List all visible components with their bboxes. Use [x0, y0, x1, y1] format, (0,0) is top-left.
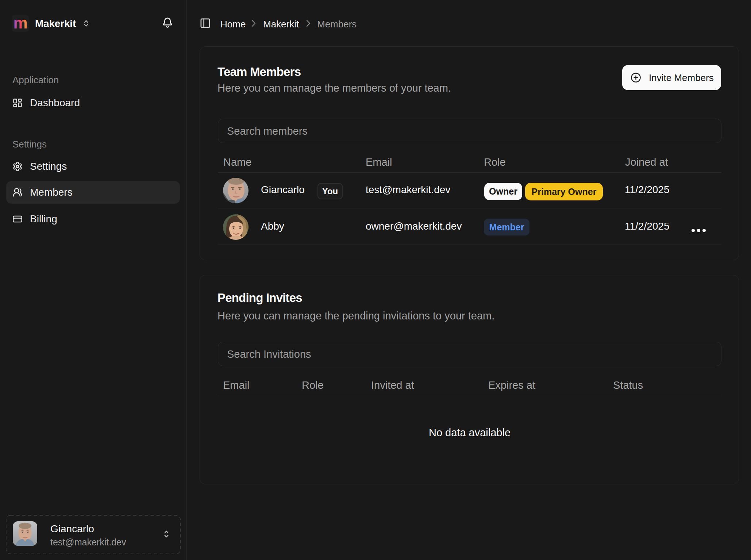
svg-text:m: m — [13, 15, 27, 32]
